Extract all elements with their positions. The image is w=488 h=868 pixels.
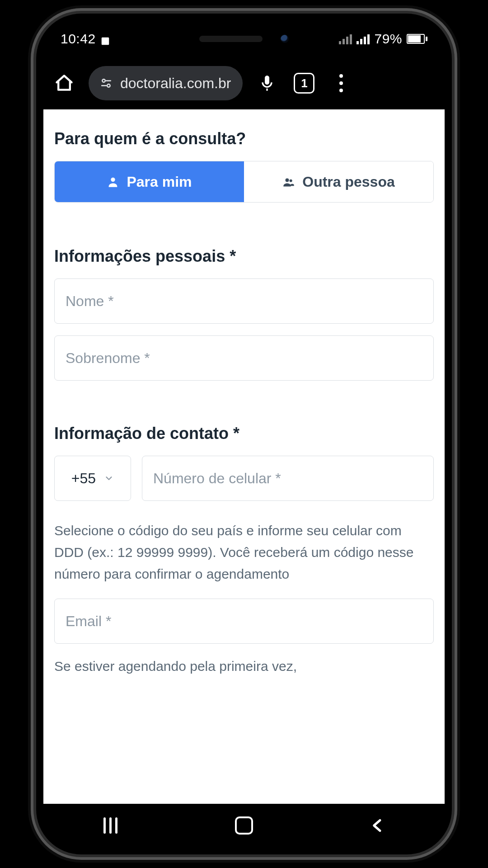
nav-back[interactable] bbox=[351, 812, 405, 839]
phone-side-button bbox=[30, 163, 36, 222]
svg-rect-0 bbox=[101, 38, 109, 45]
phone-side-button bbox=[30, 235, 36, 294]
phone-helper-text: Selecione o código do seu país e informe… bbox=[54, 520, 434, 585]
nav-recent-apps[interactable] bbox=[83, 812, 137, 839]
home-button[interactable] bbox=[52, 71, 77, 96]
section-title-personal: Informações pessoais * bbox=[54, 247, 434, 266]
phone-notch bbox=[149, 21, 339, 57]
phone-side-button bbox=[30, 113, 36, 145]
email-input[interactable]: Email * bbox=[54, 599, 434, 644]
voice-search-button[interactable] bbox=[254, 71, 280, 96]
nav-home[interactable] bbox=[217, 812, 271, 839]
segment-for-me[interactable]: Para mim bbox=[55, 161, 244, 202]
appointment-for-toggle: Para mim Outra pessoa bbox=[54, 161, 434, 203]
tab-count: 1 bbox=[301, 76, 307, 90]
phone-frame: 10:42 79% bbox=[36, 14, 452, 854]
svg-point-3 bbox=[107, 84, 110, 87]
people-icon bbox=[282, 175, 295, 188]
svg-point-1 bbox=[102, 79, 105, 82]
address-bar[interactable]: doctoralia.com.br bbox=[89, 66, 243, 100]
section-title-who: Para quem é a consulta? bbox=[54, 129, 434, 148]
status-time: 10:42 bbox=[61, 31, 96, 47]
address-bar-url: doctoralia.com.br bbox=[120, 75, 231, 92]
svg-point-5 bbox=[111, 178, 115, 182]
page-content: Para quem é a consulta? Para mim Out bbox=[43, 109, 445, 804]
battery-percentage: 79% bbox=[374, 31, 402, 47]
segment-for-other-label: Outra pessoa bbox=[302, 174, 395, 190]
overflow-menu-button[interactable] bbox=[328, 71, 354, 96]
battery-icon bbox=[407, 34, 427, 44]
last-name-input[interactable]: Sobrenome * bbox=[54, 335, 434, 381]
svg-point-6 bbox=[286, 179, 289, 182]
signal-icon bbox=[339, 33, 352, 44]
email-helper-text: Se estiver agendando pela primeira vez, bbox=[54, 656, 434, 677]
status-notification-icon bbox=[100, 34, 110, 44]
first-name-placeholder: Nome * bbox=[66, 293, 114, 310]
last-name-placeholder: Sobrenome * bbox=[66, 350, 150, 367]
country-code-value: +55 bbox=[71, 470, 96, 487]
site-settings-icon[interactable] bbox=[100, 77, 112, 89]
segment-for-other[interactable]: Outra pessoa bbox=[244, 161, 433, 202]
section-title-contact: Informação de contato * bbox=[54, 424, 434, 443]
email-placeholder: Email * bbox=[66, 613, 111, 630]
browser-toolbar: doctoralia.com.br 1 bbox=[43, 57, 445, 109]
segment-for-me-label: Para mim bbox=[127, 174, 192, 190]
person-icon bbox=[107, 175, 119, 188]
svg-point-7 bbox=[290, 179, 292, 182]
first-name-input[interactable]: Nome * bbox=[54, 278, 434, 324]
chevron-down-icon bbox=[104, 470, 114, 487]
phone-number-input[interactable]: Número de celular * bbox=[142, 456, 434, 501]
tab-switcher-button[interactable]: 1 bbox=[291, 71, 317, 96]
android-nav-bar bbox=[43, 804, 445, 847]
country-code-select[interactable]: +55 bbox=[54, 456, 131, 501]
phone-number-placeholder: Número de celular * bbox=[153, 470, 281, 487]
phone-side-button bbox=[452, 181, 458, 280]
signal-icon bbox=[357, 33, 370, 44]
